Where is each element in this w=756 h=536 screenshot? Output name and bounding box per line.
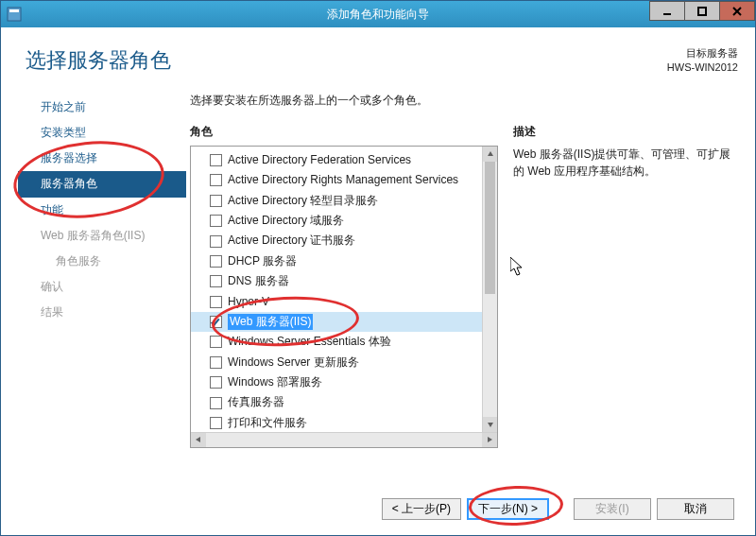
checkbox-icon[interactable] (210, 275, 222, 287)
role-item[interactable]: Active Directory 域服务 (191, 211, 482, 231)
role-item[interactable]: Active Directory 轻型目录服务 (191, 191, 482, 211)
role-label: Active Directory 证书服务 (228, 233, 355, 249)
role-label: Active Directory Federation Services (228, 152, 411, 168)
columns: 角色 Active Directory Federation Services … (190, 124, 738, 479)
header-row: 选择服务器角色 目标服务器 HWS-WIN2012 (18, 46, 738, 76)
role-label: Hyper-V (228, 294, 269, 310)
scroll-left-arrow-icon[interactable] (191, 433, 206, 447)
checkbox-icon[interactable] (210, 376, 222, 389)
role-item[interactable]: Active Directory Federation Services (191, 150, 482, 170)
role-label: DHCP 服务器 (228, 253, 297, 269)
target-server-block: 目标服务器 HWS-WIN2012 (667, 46, 738, 76)
sidebar-item-role-services: 角色服务 (18, 249, 186, 274)
role-label: Windows Server 更新服务 (228, 354, 359, 371)
checkbox-icon[interactable] (210, 356, 222, 369)
description-column: 描述 Web 服务器(IIS)提供可靠、可管理、可扩展的 Web 应用程序基础结… (513, 124, 738, 479)
cancel-button[interactable]: 取消 (657, 498, 734, 520)
wizard-window: 添加角色和功能向导 选择服务器角色 目标服务器 HWS-WIN2012 开始之前… (0, 0, 756, 536)
window-title: 添加角色和功能向导 (1, 7, 755, 23)
role-label: DNS 服务器 (228, 273, 289, 289)
vertical-scrollbar[interactable] (482, 147, 497, 432)
checkbox-icon[interactable] (210, 154, 222, 166)
install-button: 安装(I) (574, 498, 651, 520)
target-server-label: 目标服务器 (667, 46, 738, 61)
checkbox-icon[interactable] (210, 316, 222, 328)
role-item[interactable]: Hyper-V (191, 292, 482, 312)
role-item[interactable]: 传真服务器 (191, 392, 482, 412)
checkbox-icon[interactable] (210, 174, 222, 186)
scroll-up-arrow-icon[interactable] (483, 147, 497, 162)
role-label: 传真服务器 (228, 394, 284, 410)
svg-marker-9 (488, 437, 492, 442)
page-title: 选择服务器角色 (26, 46, 171, 75)
svg-marker-7 (488, 423, 493, 427)
role-item[interactable]: Active Directory 证书服务 (191, 231, 482, 251)
description-text: Web 服务器(IIS)提供可靠、可管理、可扩展的 Web 应用程序基础结构。 (513, 146, 738, 180)
role-label: Windows 部署服务 (228, 374, 322, 390)
checkbox-icon[interactable] (210, 255, 222, 268)
roles-column: 角色 Active Directory Federation Services … (190, 124, 498, 479)
role-item[interactable]: Windows Server Essentials 体验 (191, 332, 482, 352)
sidebar-item-server-selection[interactable]: 服务器选择 (18, 146, 186, 171)
next-button[interactable]: 下一步(N) > (467, 498, 549, 520)
titlebar: 添加角色和功能向导 (1, 1, 755, 27)
sidebar-item-server-roles[interactable]: 服务器角色 (18, 171, 186, 197)
scroll-thumb[interactable] (485, 162, 495, 294)
role-label: Active Directory Rights Management Servi… (228, 172, 458, 188)
role-label: Windows Server Essentials 体验 (228, 334, 391, 350)
sidebar-item-confirmation: 确认 (18, 274, 186, 300)
role-label: Active Directory 域服务 (228, 213, 344, 229)
sidebar-item-before-you-begin[interactable]: 开始之前 (18, 95, 186, 120)
roles-list[interactable]: Active Directory Federation Services Act… (191, 147, 482, 432)
checkbox-icon[interactable] (210, 397, 222, 409)
scroll-right-arrow-icon[interactable] (482, 433, 497, 447)
checkbox-icon[interactable] (210, 417, 222, 429)
instruction-text: 选择要安装在所选服务器上的一个或多个角色。 (190, 93, 738, 109)
checkbox-icon[interactable] (210, 336, 222, 348)
horizontal-scrollbar[interactable] (191, 432, 497, 447)
role-item[interactable]: Active Directory Rights Management Servi… (191, 170, 482, 190)
svg-marker-6 (488, 151, 493, 156)
role-item[interactable]: Windows 部署服务 (191, 372, 482, 392)
content-area: 选择服务器角色 目标服务器 HWS-WIN2012 开始之前 安装类型 服务器选… (1, 27, 755, 535)
sidebar-item-web-server-role: Web 服务器角色(IIS) (18, 223, 186, 249)
role-item-web-server-iis[interactable]: Web 服务器(IIS) (191, 312, 482, 332)
checkbox-icon[interactable] (210, 235, 222, 248)
svg-rect-3 (698, 8, 706, 15)
sidebar-item-results: 结果 (18, 300, 186, 325)
checkbox-icon[interactable] (210, 215, 222, 227)
svg-marker-8 (196, 437, 200, 442)
sidebar-item-features[interactable]: 功能 (18, 198, 186, 223)
body-row: 开始之前 安装类型 服务器选择 服务器角色 功能 Web 服务器角色(IIS) … (18, 93, 738, 526)
previous-button[interactable]: < 上一步(P) (382, 498, 461, 520)
roles-listbox: Active Directory Federation Services Act… (190, 146, 498, 448)
role-item[interactable]: 打印和文件服务 (191, 413, 482, 432)
role-item[interactable]: DNS 服务器 (191, 271, 482, 291)
scroll-down-arrow-icon[interactable] (483, 417, 497, 432)
role-label: Active Directory 轻型目录服务 (228, 193, 378, 209)
role-label: Web 服务器(IIS) (228, 314, 313, 330)
main-panel: 选择要安装在所选服务器上的一个或多个角色。 角色 Active Director… (186, 93, 738, 526)
maximize-button[interactable] (684, 1, 720, 21)
minimize-button[interactable] (649, 1, 685, 21)
description-header: 描述 (513, 124, 738, 140)
checkbox-icon[interactable] (210, 296, 222, 308)
wizard-footer: < 上一步(P) 下一步(N) > 安装(I) 取消 (190, 485, 738, 526)
window-buttons (650, 1, 755, 21)
checkbox-icon[interactable] (210, 195, 222, 207)
role-item[interactable]: DHCP 服务器 (191, 251, 482, 271)
role-label: 打印和文件服务 (228, 415, 307, 431)
role-item[interactable]: Windows Server 更新服务 (191, 353, 482, 372)
wizard-steps-sidebar: 开始之前 安装类型 服务器选择 服务器角色 功能 Web 服务器角色(IIS) … (18, 93, 186, 526)
target-server-name: HWS-WIN2012 (667, 61, 738, 75)
roles-header: 角色 (190, 124, 498, 140)
sidebar-item-installation-type[interactable]: 安装类型 (18, 120, 186, 146)
close-button[interactable] (719, 1, 755, 21)
